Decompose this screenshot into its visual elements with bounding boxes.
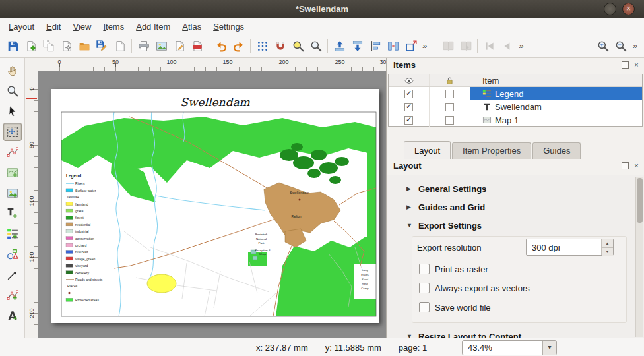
menu-layout[interactable]: Layout (3, 20, 40, 34)
add-shape-tool-button[interactable] (3, 245, 22, 264)
menu-add-item[interactable]: Add Item (130, 20, 176, 34)
print-as-raster-row[interactable]: Print as raster (419, 264, 488, 274)
add-arrow-tool-button[interactable] (3, 266, 22, 284)
item-row-legend[interactable]: ✓ Legend (389, 87, 642, 100)
load-template-button[interactable] (75, 37, 93, 55)
save-world-file-row[interactable]: Save world file (419, 302, 491, 312)
always-export-vectors-checkbox[interactable] (419, 283, 430, 293)
scrollbar-thumb[interactable] (637, 178, 643, 223)
map-title-item[interactable]: Swellendam (180, 96, 250, 109)
visibility-checkbox[interactable]: ✓ (404, 103, 413, 111)
zoom-in-button[interactable] (595, 37, 612, 55)
toolbar-overflow-icon[interactable]: » (420, 37, 430, 55)
distribute-items-button[interactable] (384, 37, 402, 55)
float-panel-icon[interactable] (622, 61, 629, 69)
zoom-out-button[interactable] (612, 37, 630, 55)
export-resolution-input[interactable] (532, 241, 593, 254)
pan-tool-button[interactable] (3, 61, 22, 80)
add-picture-tool-button[interactable] (3, 184, 22, 202)
menubar: Layout Edit View Items Add Item Atlas Se… (0, 18, 644, 34)
atlas-settings-button[interactable] (439, 37, 457, 55)
layout-manager-button[interactable] (57, 37, 75, 55)
export-resolution-spinbox[interactable]: ▲ ▼ (526, 239, 614, 256)
raise-items-button[interactable] (331, 37, 348, 55)
dropdown-arrow-icon[interactable]: ▾ (542, 341, 556, 355)
lock-checkbox[interactable] (445, 90, 454, 98)
item-row-label[interactable]: ✓ Swellendam (389, 100, 642, 113)
vertical-ruler[interactable]: 0 50 100 150 200 (25, 71, 38, 338)
new-layout-button[interactable] (22, 37, 40, 55)
spin-down-icon[interactable]: ▼ (602, 248, 613, 256)
select-move-item-tool-button[interactable] (3, 102, 22, 121)
spin-up-icon[interactable]: ▲ (602, 239, 613, 248)
close-panel-icon[interactable]: × (633, 61, 640, 69)
zoom-actual-button[interactable] (307, 37, 325, 55)
undo-button[interactable] (212, 37, 230, 55)
align-items-button[interactable] (366, 37, 384, 55)
section-export-settings[interactable]: ▼ Export Settings (406, 218, 482, 233)
add-text-tool-button[interactable] (3, 307, 22, 325)
lock-checkbox[interactable] (445, 103, 454, 111)
preview-atlas-button[interactable] (457, 37, 474, 55)
section-general-settings[interactable]: ▶ General Settings (406, 181, 486, 196)
resize-items-button[interactable] (402, 37, 420, 55)
menu-view[interactable]: View (67, 20, 97, 34)
zoom-combobox[interactable]: ▾ (462, 340, 557, 355)
visibility-checkbox[interactable]: ✓ (404, 90, 413, 98)
save-template-button[interactable] (93, 37, 111, 55)
layout-view[interactable]: Swellendam (38, 71, 386, 338)
horizontal-ruler[interactable]: 0 50 100 150 200 250 300 (38, 58, 386, 71)
duplicate-layout-button[interactable] (40, 37, 57, 55)
zoom-full-button[interactable] (289, 37, 307, 55)
panel-scrollbar[interactable] (635, 177, 643, 337)
tab-guides[interactable]: Guides (532, 142, 581, 159)
toolbar-overflow-icon[interactable]: » (630, 37, 640, 55)
map-item[interactable]: Swellendam Railton Bontebok National Par… (61, 112, 376, 316)
always-export-vectors-row[interactable]: Always export as vectors (419, 283, 530, 293)
y-coordinate: y: 11.5885 mm (325, 343, 381, 353)
item-row-map[interactable]: ✓ Map 1 (389, 113, 642, 127)
add-node-item-tool-button[interactable] (3, 286, 22, 305)
snap-grid-button[interactable] (253, 37, 271, 55)
visibility-checkbox[interactable]: ✓ (404, 116, 413, 125)
move-item-content-tool-button[interactable] (3, 123, 22, 141)
tab-layout[interactable]: Layout (404, 141, 451, 159)
add-map-tool-button[interactable] (3, 163, 22, 182)
print-as-raster-checkbox[interactable] (419, 264, 430, 274)
layout-page[interactable]: Swellendam (51, 89, 379, 323)
atlas-first-feature-button[interactable] (480, 37, 498, 55)
zoom-tool-button[interactable] (3, 82, 22, 100)
zoom-level-input[interactable] (468, 342, 534, 353)
lower-items-button[interactable] (348, 37, 366, 55)
add-legend-tool-button[interactable] (3, 225, 22, 243)
menu-edit[interactable]: Edit (40, 20, 67, 34)
legend-swatch (66, 298, 73, 301)
toolbar-separator (477, 39, 478, 53)
save-world-file-checkbox[interactable] (419, 302, 430, 312)
export-svg-button[interactable] (170, 37, 188, 55)
edit-nodes-tool-button[interactable] (3, 143, 22, 162)
save-project-button[interactable] (4, 37, 22, 55)
minimize-button[interactable]: – (604, 3, 616, 15)
menu-atlas[interactable]: Atlas (176, 20, 207, 34)
tab-item-properties[interactable]: Item Properties (452, 142, 531, 159)
close-button[interactable]: × (622, 3, 635, 15)
toolbar-overflow-icon[interactable]: » (516, 37, 526, 55)
add-label-tool-button[interactable] (3, 204, 22, 223)
titlebar[interactable]: *Swellendam – × (0, 0, 644, 18)
new-report-button[interactable] (111, 37, 129, 55)
redo-button[interactable] (230, 37, 247, 55)
close-panel-icon[interactable]: × (633, 162, 640, 169)
smart-guides-button[interactable] (271, 37, 289, 55)
svg-text:grass: grass (75, 209, 84, 213)
menu-items[interactable]: Items (97, 20, 130, 34)
print-button[interactable] (135, 37, 152, 55)
map-yellow-ellipse-item[interactable] (147, 274, 176, 293)
section-guides-and-grid[interactable]: ▶ Guides and Grid (406, 199, 485, 215)
float-panel-icon[interactable] (622, 162, 629, 169)
export-pdf-button[interactable] (188, 37, 206, 55)
lock-checkbox[interactable] (445, 116, 454, 125)
export-image-button[interactable] (152, 37, 170, 55)
atlas-previous-feature-button[interactable] (498, 37, 516, 55)
menu-settings[interactable]: Settings (207, 20, 250, 34)
